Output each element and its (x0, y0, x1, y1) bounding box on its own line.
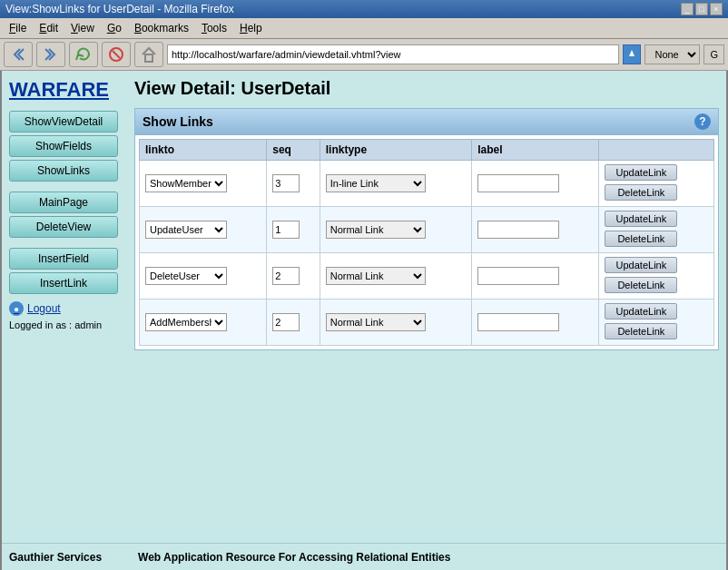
sidebar-item-insert-field[interactable]: InsertField (9, 248, 118, 270)
logout-icon: ● (9, 301, 24, 316)
help-icon[interactable]: ? (694, 113, 711, 130)
footer-company: Gauthier Services (9, 551, 102, 564)
menu-tools[interactable]: Tools (196, 20, 232, 36)
linkto-select-4[interactable]: AddMembershi (145, 313, 227, 331)
delete-link-button-1[interactable]: DeleteLink (605, 184, 677, 201)
table-row: UpdateUser In-line Link Normal Link (140, 207, 714, 253)
update-link-button-2[interactable]: UpdateLink (605, 211, 677, 227)
cell-actions-2: UpdateLink DeleteLink (599, 207, 714, 253)
seq-input-1[interactable] (272, 174, 300, 192)
sidebar-item-show-view-detail[interactable]: ShowViewDetail (9, 111, 118, 133)
cell-seq-1 (267, 161, 320, 207)
none-dropdown[interactable]: None (644, 44, 700, 64)
menu-edit[interactable]: Edit (34, 20, 64, 36)
menu-view[interactable]: View (65, 20, 100, 36)
action-btn-pair-4: UpdateLink DeleteLink (605, 303, 708, 341)
cell-linktype-1: In-line Link Normal Link Normal % (320, 161, 471, 207)
footer: Gauthier Services Web Application Resour… (2, 543, 726, 570)
cell-label-3 (472, 253, 599, 300)
linkto-select-3[interactable]: DeleteUser (145, 267, 227, 285)
cell-seq-4 (267, 300, 320, 346)
cell-actions-3: UpdateLink DeleteLink (599, 253, 714, 300)
cell-linkto-4: AddMembershi (140, 300, 267, 346)
col-seq: seq (267, 140, 320, 161)
address-lock-icon (623, 44, 641, 64)
seq-input-3[interactable] (272, 267, 300, 285)
linktype-select-4[interactable]: In-line Link Normal Link Normal % (326, 313, 426, 331)
cell-actions-1: UpdateLink DeleteLink (599, 161, 714, 207)
sidebar-item-show-links[interactable]: ShowLinks (9, 160, 118, 182)
svg-rect-2 (145, 54, 152, 62)
cell-linktype-4: In-line Link Normal Link Normal % (320, 300, 471, 346)
delete-link-button-2[interactable]: DeleteLink (605, 231, 677, 247)
home-button[interactable] (134, 42, 163, 67)
delete-link-button-3[interactable]: DeleteLink (605, 277, 677, 293)
svg-line-1 (113, 51, 120, 58)
label-input-1[interactable] (477, 174, 559, 192)
window-controls: _ □ × (681, 3, 723, 15)
linkto-select-1[interactable]: ShowMembersl (145, 174, 227, 192)
linkto-select-2[interactable]: UpdateUser (145, 221, 227, 239)
menu-help[interactable]: Help (234, 20, 268, 36)
col-label: label (472, 140, 599, 161)
seq-input-2[interactable] (272, 221, 300, 239)
maximize-button[interactable]: □ (695, 3, 708, 15)
forward-button[interactable] (36, 42, 65, 67)
cell-linkto-2: UpdateUser (140, 207, 267, 253)
back-button[interactable] (4, 42, 33, 67)
svg-marker-3 (629, 50, 635, 56)
cell-linkto-3: DeleteUser (140, 253, 267, 300)
page-title: View Detail: UserDetail (134, 78, 719, 99)
sidebar-logo[interactable]: WARFARE (9, 78, 127, 102)
col-linkto: linkto (140, 140, 267, 161)
cell-label-1 (472, 161, 599, 207)
update-link-button-4[interactable]: UpdateLink (605, 303, 677, 319)
sidebar-item-delete-view[interactable]: DeleteView (9, 216, 118, 238)
reload-button[interactable] (69, 42, 98, 67)
cell-label-2 (472, 207, 599, 253)
sidebar-item-insert-link[interactable]: InsertLink (9, 272, 118, 294)
content-area: WARFARE ShowViewDetail ShowFields ShowLi… (2, 71, 726, 543)
cell-linktype-3: In-line Link Normal Link Normal % (320, 253, 471, 300)
sidebar: WARFARE ShowViewDetail ShowFields ShowLi… (9, 78, 127, 536)
seq-input-4[interactable] (272, 313, 300, 331)
menubar: File Edit View Go Bookmarks Tools Help (0, 18, 728, 39)
linktype-select-3[interactable]: In-line Link Normal Link Normal % (326, 267, 426, 285)
linktype-select-2[interactable]: In-line Link Normal Link Normal % (326, 221, 426, 239)
logout-label: Logout (27, 302, 61, 315)
address-input[interactable] (167, 44, 619, 64)
titlebar: View:ShowLinks for UserDetail - Mozilla … (0, 0, 728, 18)
cell-seq-3 (267, 253, 320, 300)
menu-bookmarks[interactable]: Bookmarks (129, 20, 194, 36)
close-button[interactable]: × (710, 3, 723, 15)
window-title: View:ShowLinks for UserDetail - Mozilla … (5, 3, 234, 15)
links-table: linkto seq linktype label (139, 139, 714, 346)
linktype-select-1[interactable]: In-line Link Normal Link Normal % (326, 174, 426, 192)
col-actions (599, 140, 714, 161)
label-input-2[interactable] (477, 221, 559, 239)
go-button[interactable]: G (703, 44, 724, 64)
delete-link-button-4[interactable]: DeleteLink (605, 323, 677, 339)
minimize-button[interactable]: _ (681, 3, 694, 15)
address-bar: None G (167, 44, 724, 64)
logged-in-text: Logged in as : admin (9, 319, 127, 330)
logout-link[interactable]: ● Logout (9, 301, 127, 316)
sidebar-item-show-fields[interactable]: ShowFields (9, 135, 118, 157)
sidebar-item-main-page[interactable]: MainPage (9, 192, 118, 213)
table-row: ShowMembersl In-line Link Normal Li (140, 161, 714, 207)
main-window: WARFARE ShowViewDetail ShowFields ShowLi… (0, 71, 728, 570)
show-links-header: Show Links ? (135, 109, 718, 135)
stop-button[interactable] (102, 42, 131, 67)
update-link-button-3[interactable]: UpdateLink (605, 257, 677, 273)
table-row: DeleteUser In-line Link Normal Link (140, 253, 714, 300)
cell-linktype-2: In-line Link Normal Link Normal % (320, 207, 471, 253)
label-input-3[interactable] (477, 267, 559, 285)
label-input-4[interactable] (477, 313, 559, 331)
main-content: View Detail: UserDetail Show Links ? lin… (134, 78, 719, 536)
col-linktype: linktype (320, 140, 471, 161)
cell-actions-4: UpdateLink DeleteLink (599, 300, 714, 346)
update-link-button-1[interactable]: UpdateLink (605, 164, 677, 181)
table-row: AddMembershi In-line Link Normal Li (140, 300, 714, 346)
menu-file[interactable]: File (4, 20, 32, 36)
menu-go[interactable]: Go (102, 20, 127, 36)
